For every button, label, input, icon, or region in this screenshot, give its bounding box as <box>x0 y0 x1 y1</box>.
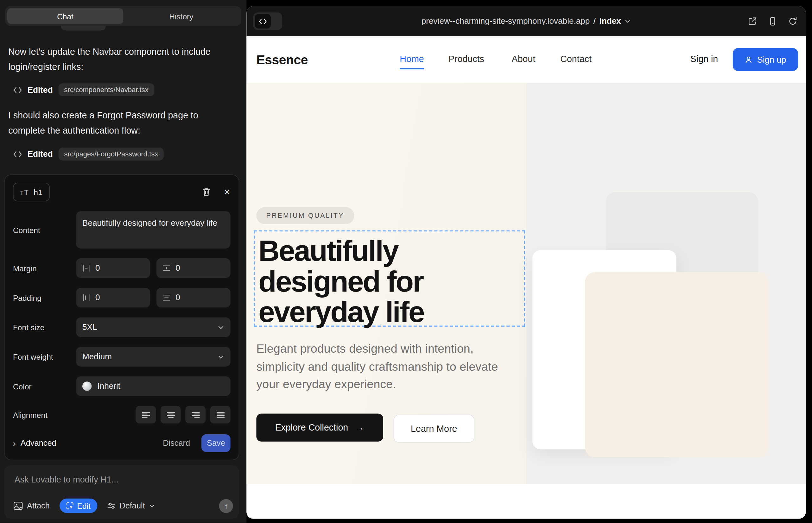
hero-section: PREMIUM QUALITY Beautifully designed for… <box>246 83 806 484</box>
tab-history[interactable]: History <box>123 8 239 24</box>
preview-url: preview--charming-site-symphony.lovable.… <box>422 16 590 26</box>
file-badge[interactable]: src/pages/ForgotPassword.tsx <box>58 147 164 161</box>
element-tag-label: h1 <box>34 188 42 197</box>
padding-vertical-icon <box>162 294 170 301</box>
premium-quality-badge: PREMIUM QUALITY <box>256 207 354 224</box>
edited-label: Edited <box>28 149 53 159</box>
editor-footer: › Advanced Discard Save <box>13 434 231 452</box>
edit-label: Edit <box>77 502 91 510</box>
send-button[interactable]: ↑ <box>219 499 233 513</box>
content-input[interactable]: Beautifully designed for everyday life <box>76 211 230 249</box>
code-toggle-button[interactable] <box>255 14 271 29</box>
url-dropdown[interactable]: preview--charming-site-symphony.lovable.… <box>246 6 806 36</box>
chevron-right-icon: › <box>13 439 16 448</box>
margin-vertical-icon <box>162 265 170 272</box>
nav-link-products[interactable]: Products <box>448 54 484 65</box>
heading-line: Beautifully <box>259 236 424 266</box>
user-icon <box>744 56 753 64</box>
close-editor-button[interactable]: ✕ <box>224 187 231 197</box>
code-icon <box>14 87 22 93</box>
chevron-down-icon <box>217 324 224 330</box>
margin-horizontal-icon <box>82 265 90 272</box>
margin-y-input[interactable]: 0 <box>156 258 231 278</box>
signin-link[interactable]: Sign in <box>690 54 718 65</box>
file-badge[interactable]: src/components/Navbar.tsx <box>58 83 154 96</box>
refresh-button[interactable] <box>788 16 797 26</box>
mobile-preview-button[interactable] <box>768 16 777 26</box>
edit-mode-button[interactable]: Edit <box>59 499 97 513</box>
hero-heading[interactable]: Beautifully designed for everyday life <box>259 236 424 327</box>
align-left-button[interactable] <box>136 406 156 423</box>
learn-more-button[interactable]: Learn More <box>394 415 474 443</box>
font-size-row: Font size 5XL <box>13 317 231 337</box>
code-view-toggle <box>253 12 282 30</box>
arrow-up-icon: ↑ <box>224 502 228 510</box>
arrow-right-icon: → <box>355 422 365 433</box>
margin-x-input[interactable]: 0 <box>76 258 150 278</box>
external-link-icon <box>748 16 757 26</box>
align-center-button[interactable] <box>161 406 181 423</box>
align-left-icon <box>142 412 150 418</box>
chat-composer: Attach Edit Default <box>4 465 239 519</box>
h1-selection-outline[interactable]: Beautifully designed for everyday life <box>254 231 525 327</box>
color-label: Color <box>13 382 76 391</box>
refresh-icon <box>788 16 797 26</box>
margin-y-value: 0 <box>175 264 180 273</box>
padding-x-input[interactable]: 0 <box>76 288 150 307</box>
edited-file-row: Edited src/pages/ForgotPassword.tsx <box>14 147 164 161</box>
site-preview: Essence Home Products About Contact Sign… <box>246 36 806 519</box>
editor-header: тT h1 ✕ <box>13 183 231 201</box>
explore-collection-label: Explore Collection <box>275 422 348 433</box>
align-right-icon <box>191 412 199 418</box>
font-size-select[interactable]: 5XL <box>76 317 230 337</box>
delete-element-button[interactable] <box>202 187 211 197</box>
edited-file-row: Edited src/components/Navbar.tsx <box>14 83 154 96</box>
alignment-label: Alignment <box>13 410 76 419</box>
color-swatch-icon <box>82 381 91 391</box>
nav-link-home[interactable]: Home <box>400 54 424 69</box>
attach-button[interactable]: Attach <box>14 501 50 510</box>
font-weight-value: Medium <box>82 352 112 361</box>
advanced-toggle[interactable]: › Advanced <box>13 438 56 448</box>
font-size-label: Font size <box>13 323 76 332</box>
nav-link-about[interactable]: About <box>512 54 535 65</box>
hero-paragraph[interactable]: Elegant products designed with intention… <box>256 340 511 393</box>
discard-button[interactable]: Discard <box>163 438 190 448</box>
composer-input[interactable] <box>15 474 227 484</box>
margin-label: Margin <box>13 264 76 273</box>
advanced-label: Advanced <box>21 438 56 448</box>
explore-collection-button[interactable]: Explore Collection → <box>256 414 383 441</box>
sliders-icon <box>107 502 115 509</box>
edited-label: Edited <box>28 85 53 94</box>
color-select[interactable]: Inherit <box>76 376 230 396</box>
url-separator: / <box>594 16 596 26</box>
selected-element-tag[interactable]: тT h1 <box>13 183 50 201</box>
edit-select-icon <box>66 502 73 509</box>
align-center-icon <box>166 412 175 418</box>
tab-chat[interactable]: Chat <box>7 8 123 24</box>
padding-y-input[interactable]: 0 <box>156 288 231 307</box>
save-button[interactable]: Save <box>201 434 231 452</box>
open-in-new-tab-button[interactable] <box>748 16 757 26</box>
heading-line: designed for <box>259 266 424 296</box>
font-weight-row: Font weight Medium <box>13 347 231 366</box>
signup-button[interactable]: Sign up <box>733 48 798 71</box>
hero-card-cream <box>585 272 768 457</box>
padding-label: Padding <box>13 293 76 302</box>
content-row: Content Beautifully designed for everyda… <box>13 211 231 249</box>
align-justify-icon <box>216 412 225 418</box>
default-model-selector[interactable]: Default <box>107 501 155 510</box>
font-weight-select[interactable]: Medium <box>76 347 230 366</box>
chevron-down-icon <box>217 353 224 360</box>
padding-y-value: 0 <box>175 293 180 302</box>
nav-link-contact[interactable]: Contact <box>560 54 592 65</box>
padding-x-value: 0 <box>95 293 100 302</box>
preview-path: index <box>600 16 621 26</box>
site-brand[interactable]: Essence <box>256 52 307 67</box>
margin-x-value: 0 <box>95 264 100 273</box>
align-right-button[interactable] <box>185 406 206 423</box>
color-row: Color Inherit <box>13 376 231 396</box>
phone-icon <box>768 16 777 26</box>
align-justify-button[interactable] <box>210 406 231 423</box>
chat-sidebar: Chat History Now let's update the Navbar… <box>0 0 246 523</box>
